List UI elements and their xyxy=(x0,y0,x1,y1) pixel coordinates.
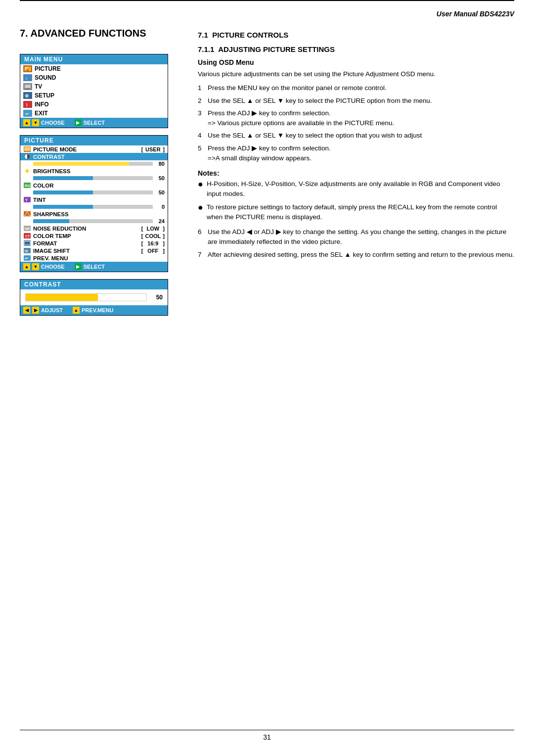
svg-text:i: i xyxy=(26,102,28,107)
picture-menu-box: PICTURE PICTURE MODE [ USER ] CON xyxy=(20,135,168,272)
format-item: FORMAT [ 16:9 ] xyxy=(20,239,168,247)
right-arrow: ▶ xyxy=(75,119,82,126)
section-711-heading: 7.1.1 ADJUSTING PICTURE SETTINGS xyxy=(198,45,514,53)
adjust-btn: ◀ ▶ ADJUST xyxy=(23,307,63,314)
color-temp-item: CT COLOR TEMP [ COOL ] xyxy=(20,232,168,239)
svg-text:↩: ↩ xyxy=(25,256,28,261)
pic-down-arrow: ▼ xyxy=(32,263,39,270)
section-71-heading: 7.1 PICTURE CONTROLS xyxy=(198,31,514,39)
notes-heading: Notes: xyxy=(198,169,514,177)
svg-rect-8 xyxy=(26,89,29,90)
using-osd-heading: Using OSD Menu xyxy=(198,58,514,66)
contrast-box: CONTRAST 50 ◀ ▶ ADJUST ▲ PREV.MENU xyxy=(20,279,168,316)
contrast-item: CONTRAST xyxy=(20,153,168,160)
setup-icon: ⚙ xyxy=(23,92,32,99)
picture-select-btn: ▶ SELECT xyxy=(75,263,105,270)
prev-menu-item: ↩ PREV. MENU xyxy=(20,254,168,262)
contrast-box-title: CONTRAST xyxy=(20,280,168,289)
picture-icon xyxy=(23,65,32,72)
bottom-rule xyxy=(20,730,514,730)
step-5: 5 Press the ADJ ▶ key to confirm selecti… xyxy=(198,143,514,164)
choose-btn: ▲ ▼ CHOOSE xyxy=(23,119,65,126)
menu-label-sound: SOUND xyxy=(35,74,56,81)
menu-label-picture: PICTURE xyxy=(35,65,61,72)
down-arrow: ▼ xyxy=(32,119,39,126)
step-1: 1 Press the MENU key on the monitor pane… xyxy=(198,83,514,93)
prevmenu-btn: ▲ PREV.MENU xyxy=(73,307,113,314)
svg-text:RGB: RGB xyxy=(25,184,31,188)
menu-item-setup: ⚙ SETUP xyxy=(20,91,168,100)
color-icon: RGB xyxy=(23,183,31,189)
svg-point-3 xyxy=(29,67,30,69)
menu-item-picture: PICTURE xyxy=(20,64,168,73)
tint-item: T TINT xyxy=(20,196,168,203)
sharpness-icon xyxy=(23,211,31,217)
main-menu-footer: ▲ ▼ CHOOSE ▶ SELECT xyxy=(20,118,168,128)
step-4: 4 Use the SEL ▲ or SEL ▼ key to select t… xyxy=(198,131,514,141)
notes-list: ● H-Position, H-Size, V-Position, V-Size… xyxy=(198,179,514,222)
sharpness-bar-row: 24 xyxy=(20,218,168,225)
step-3: 3 Press the ADJ ▶ key to confirm selecti… xyxy=(198,108,514,129)
svg-rect-7 xyxy=(25,85,31,88)
contrast-footer: ◀ ▶ ADJUST ▲ PREV.MENU xyxy=(20,305,168,315)
bottom-area: 31 xyxy=(0,730,534,741)
color-bar-row: 50 xyxy=(20,189,168,196)
tint-icon: T xyxy=(23,197,31,203)
select-label: SELECT xyxy=(84,120,105,126)
note-2: ● To restore picture settings to factory… xyxy=(198,202,514,223)
left-column: 7. ADVANCED FUNCTIONS MAIN MENU PICTURE … xyxy=(20,23,188,316)
main-menu-box: MAIN MENU PICTURE ♪ SOUND xyxy=(20,54,168,128)
tint-bar-row: 0 xyxy=(20,203,168,210)
image-shift-item: IS IMAGE SHIFT [ OFF ] xyxy=(20,247,168,254)
adjust-label: ADJUST xyxy=(41,307,63,313)
picture-menu-footer: ▲ ▼ CHOOSE ▶ SELECT xyxy=(20,262,168,272)
menu-label-info: INFO xyxy=(35,101,49,108)
menu-label-setup: SETUP xyxy=(35,92,54,99)
svg-text:T: T xyxy=(25,198,28,202)
brightness-icon xyxy=(23,168,31,174)
picture-menu-title: PICTURE xyxy=(20,136,168,145)
svg-point-18 xyxy=(26,170,29,173)
select-btn: ▶ SELECT xyxy=(75,119,105,126)
right-column: 7.1 PICTURE CONTROLS 7.1.1 ADJUSTING PIC… xyxy=(188,23,514,316)
adj-right-arrow: ▶ xyxy=(32,307,39,314)
color-item: RGB COLOR xyxy=(20,182,168,189)
menu-item-tv: TV xyxy=(20,82,168,91)
picture-mode-item: PICTURE MODE [ USER ] xyxy=(20,145,168,153)
step-7: 7 After achieving desired setting, press… xyxy=(198,250,514,260)
svg-text:IS: IS xyxy=(25,249,28,253)
note-1: ● H-Position, H-Size, V-Position, V-Size… xyxy=(198,179,514,199)
info-icon: i xyxy=(23,101,32,108)
chapter-heading: 7. ADVANCED FUNCTIONS xyxy=(20,28,178,39)
menu-item-sound: ♪ SOUND xyxy=(20,73,168,82)
contrast-bar-outer xyxy=(25,293,147,301)
svg-text:♪: ♪ xyxy=(25,76,28,81)
up-arrow: ▲ xyxy=(23,119,30,126)
svg-text:CT: CT xyxy=(25,235,30,238)
manual-title: User Manual BDS4223V xyxy=(437,10,514,18)
color-temp-icon: CT xyxy=(23,233,31,239)
picture-choose-label: CHOOSE xyxy=(41,264,65,270)
noise-reduction-item: NR NOISE REDUCTION [ LOW ] xyxy=(20,225,168,232)
tv-icon xyxy=(23,83,32,90)
main-menu-title: MAIN MENU xyxy=(20,54,168,64)
prevmenu-arrow: ▲ xyxy=(73,307,80,314)
svg-rect-16 xyxy=(24,147,30,151)
osd-intro-text: Various picture adjustments can be set u… xyxy=(198,69,514,79)
steps-list-1: 1 Press the MENU key on the monitor pane… xyxy=(198,83,514,163)
page-number: 31 xyxy=(20,733,514,741)
choose-label: CHOOSE xyxy=(41,120,65,126)
prevmenu-label: PREV.MENU xyxy=(82,307,113,313)
brightness-item: BRIGHTNESS xyxy=(20,167,168,175)
picture-choose-btn: ▲ ▼ CHOOSE xyxy=(23,263,65,270)
contrast-bar xyxy=(33,162,153,166)
contrast-bar-fill xyxy=(26,294,98,301)
svg-text:NR: NR xyxy=(25,227,30,231)
svg-rect-11 xyxy=(24,102,31,107)
contrast-bar-area: 50 xyxy=(20,289,168,305)
picture-mode-icon xyxy=(23,146,31,152)
prev-menu-icon: ↩ xyxy=(23,255,31,261)
noise-icon: NR xyxy=(23,226,31,232)
adj-left-arrow: ◀ xyxy=(23,307,30,314)
steps-list-2: 6 Use the ADJ ◀ or ADJ ▶ key to change t… xyxy=(198,227,514,260)
